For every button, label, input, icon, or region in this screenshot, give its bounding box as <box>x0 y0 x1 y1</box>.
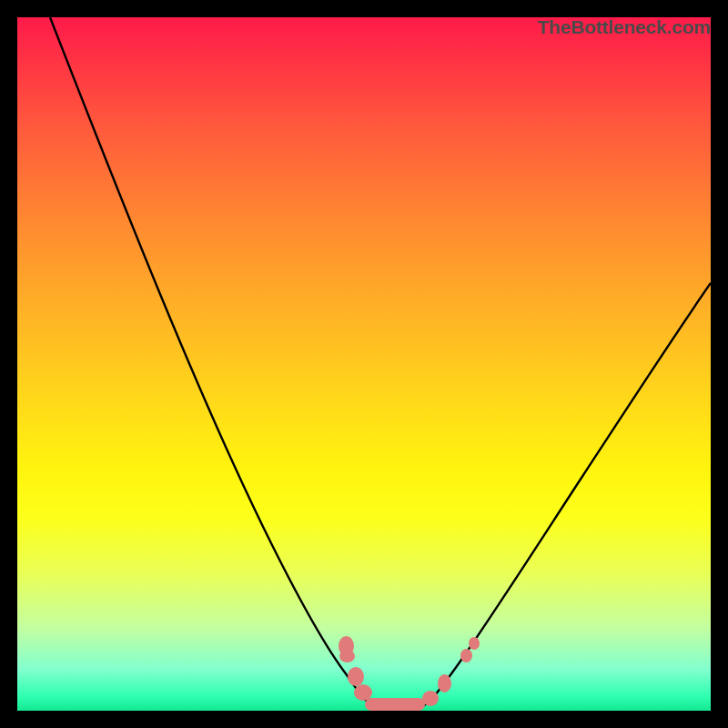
marker-right-high1 <box>460 649 472 662</box>
marker-left-cluster-bottom <box>354 684 372 701</box>
marker-left-cluster-lower <box>348 667 364 686</box>
marker-left-cluster-upper <box>339 650 355 662</box>
marker-floor-pill <box>365 698 425 711</box>
marker-right-low <box>422 691 439 706</box>
curve-right-branch <box>420 283 711 708</box>
marker-right-mid <box>438 674 451 693</box>
plot-area <box>17 17 711 711</box>
curve-left-branch <box>50 17 377 708</box>
marker-right-high2 <box>469 637 480 650</box>
chart-frame: TheBottleneck.com <box>0 0 728 728</box>
curve-layer <box>17 17 711 711</box>
